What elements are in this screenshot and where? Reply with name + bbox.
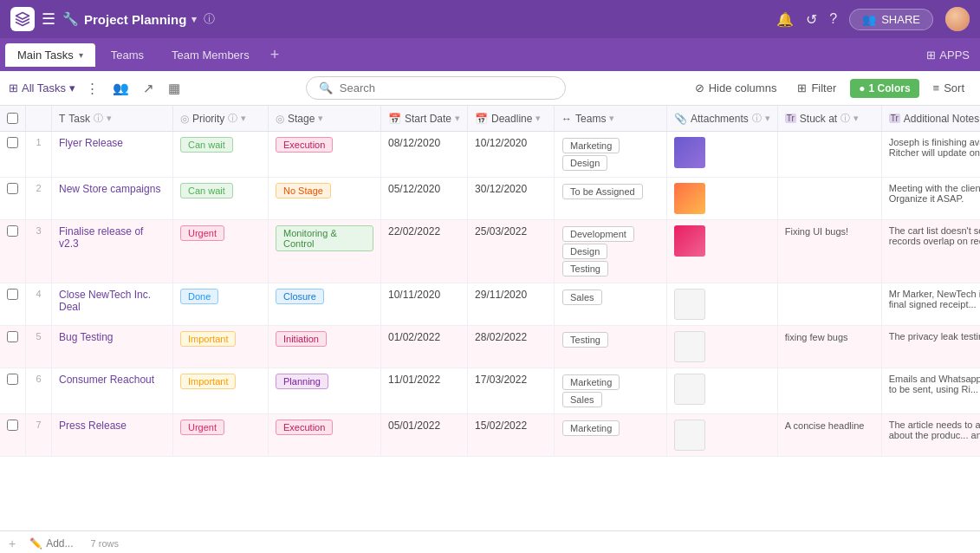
start-date: 11/01/2022 xyxy=(388,374,440,386)
toolbar-right: ⊘ Hide columns ⊞ Filter ● 1 Colors ≡ Sor… xyxy=(688,78,971,98)
task-name[interactable]: Finalise release of v2.3 xyxy=(59,225,143,250)
priority-badge: Urgent xyxy=(180,225,224,241)
stage-badge: Execution xyxy=(276,420,333,435)
topbar: ☰ 🔧 Project Planning ▾ ⓘ 🔔 ↺ ? 👥 SHARE xyxy=(0,0,980,38)
task-name[interactable]: Press Release xyxy=(59,420,127,432)
teams-col-sort-icon[interactable]: ▾ xyxy=(609,113,614,124)
toolbar-left: ⊞ All Tasks ▾ ⋮ 👥 ↗ ▦ xyxy=(9,78,184,99)
stage-badge: No Stage xyxy=(276,183,331,198)
header-teams[interactable]: ↔ Teams ▾ xyxy=(555,106,667,132)
deadline-date: 17/03/2022 xyxy=(475,374,527,386)
table-body: 1Flyer ReleaseCan waitExecution08/12/202… xyxy=(0,132,980,457)
attachment-thumbnail[interactable] xyxy=(674,183,705,214)
header-stage[interactable]: ◎ Stage ▾ xyxy=(269,106,381,132)
task-col-info-icon[interactable]: ⓘ xyxy=(94,112,103,125)
priority-col-info-icon[interactable]: ⓘ xyxy=(228,112,237,125)
table-row: 4Close NewTech Inc. DealDoneClosure10/11… xyxy=(0,283,980,326)
header-stuck[interactable]: Tr Stuck at ⓘ ▾ xyxy=(777,106,881,132)
task-name[interactable]: Bug Testing xyxy=(59,331,114,343)
team-badge: Design xyxy=(562,244,607,259)
row-checkbox[interactable] xyxy=(7,420,18,431)
deadline-date: 28/02/2022 xyxy=(475,331,527,343)
attachment-thumbnail[interactable] xyxy=(674,289,705,320)
notes-text: Emails and Whatsapp no... have to be sen… xyxy=(889,374,980,394)
attachment-thumbnail[interactable] xyxy=(674,420,705,451)
stuck-col-sort-icon[interactable]: ▾ xyxy=(853,113,859,124)
select-all-checkbox[interactable] xyxy=(7,113,18,124)
row-checkbox[interactable] xyxy=(7,137,18,148)
attachments-col-sort-icon[interactable]: ▾ xyxy=(765,113,770,124)
row-checkbox[interactable] xyxy=(7,331,18,342)
row-checkbox[interactable] xyxy=(7,225,18,237)
apps-button[interactable]: ⊞ APPS xyxy=(926,49,977,62)
menu-icon[interactable]: ☰ xyxy=(42,10,55,29)
grid-icon: ⊞ xyxy=(9,81,18,94)
deadline-col-sort-icon[interactable]: ▾ xyxy=(535,113,541,124)
priority-badge: Important xyxy=(180,374,236,389)
table-row: 1Flyer ReleaseCan waitExecution08/12/202… xyxy=(0,132,980,178)
tab-teams[interactable]: Teams xyxy=(97,43,158,67)
header-attachments[interactable]: 📎 Attachments ⓘ ▾ xyxy=(667,106,778,132)
notes-text: Meeting with the client n... Organize it… xyxy=(889,183,980,204)
app-logo[interactable] xyxy=(10,7,35,31)
team-badge: Marketing xyxy=(562,138,620,153)
info-icon[interactable]: ⓘ xyxy=(204,11,215,27)
row-checkbox[interactable] xyxy=(7,289,18,300)
task-col-sort-icon[interactable]: ▾ xyxy=(107,113,112,124)
attachment-thumbnail[interactable] xyxy=(674,374,705,405)
header-start-date[interactable]: 📅 Start Date ▾ xyxy=(381,106,468,132)
attachment-thumbnail[interactable] xyxy=(674,225,705,257)
add-row-button[interactable]: ✏️ Add... xyxy=(24,535,78,552)
filter-button[interactable]: ⊞ Filter xyxy=(790,78,843,98)
header-checkbox[interactable] xyxy=(0,106,26,132)
attachment-thumbnail[interactable] xyxy=(674,137,705,168)
user-avatar[interactable] xyxy=(945,7,970,31)
all-tasks-button[interactable]: ⊞ All Tasks ▾ xyxy=(9,81,75,94)
startdate-col-sort-icon[interactable]: ▾ xyxy=(455,113,460,124)
startdate-col-icon: 📅 xyxy=(388,113,401,125)
bottombar: + ✏️ Add... 7 rows xyxy=(0,530,980,553)
row-checkbox[interactable] xyxy=(7,183,18,194)
export-icon[interactable]: ↗ xyxy=(140,78,158,99)
table-row: 7Press ReleaseUrgentExecution05/01/20221… xyxy=(0,414,980,457)
people-icon[interactable]: 👥 xyxy=(109,78,133,99)
help-icon[interactable]: ? xyxy=(829,11,837,27)
sort-button[interactable]: ≡ Sort xyxy=(926,78,971,98)
header-task[interactable]: T Task ⓘ ▾ xyxy=(52,106,173,132)
start-date: 05/12/2020 xyxy=(388,183,440,195)
tab-team-members[interactable]: Team Members xyxy=(158,43,263,67)
notes-text: Mr Marker, NewTech inc... send final sig… xyxy=(889,289,980,309)
colors-icon: ● xyxy=(859,82,865,94)
task-name[interactable]: New Store campaigns xyxy=(59,183,160,195)
header-notes[interactable]: Tr Additional Notes xyxy=(881,106,980,132)
history-icon[interactable]: ↺ xyxy=(806,11,817,28)
colors-button[interactable]: ● 1 Colors xyxy=(850,79,918,98)
layout-icon[interactable]: ▦ xyxy=(165,78,184,99)
stuck-col-info-icon[interactable]: ⓘ xyxy=(840,112,850,125)
stage-col-icon: ◎ xyxy=(276,113,284,125)
toolbar: ⊞ All Tasks ▾ ⋮ 👥 ↗ ▦ 🔍 ⊘ Hide columns ⊞… xyxy=(0,71,980,106)
task-name[interactable]: Flyer Release xyxy=(59,137,123,149)
row-checkbox[interactable] xyxy=(7,374,18,385)
attachments-col-info-icon[interactable]: ⓘ xyxy=(752,112,762,125)
priority-col-sort-icon[interactable]: ▾ xyxy=(241,113,246,124)
stage-badge: Planning xyxy=(276,374,328,389)
header-deadline[interactable]: 📅 Deadline ▾ xyxy=(468,106,555,132)
task-name[interactable]: Consumer Reachout xyxy=(59,374,154,386)
header-priority[interactable]: ◎ Priority ⓘ ▾ xyxy=(173,106,269,132)
task-name[interactable]: Close NewTech Inc. Deal xyxy=(59,289,151,313)
hide-columns-button[interactable]: ⊘ Hide columns xyxy=(688,78,784,98)
tab-main-tasks[interactable]: Main Tasks ▾ xyxy=(5,43,95,67)
tab-add-button[interactable]: + xyxy=(263,46,287,64)
table-header-row: T Task ⓘ ▾ ◎ Priority ⓘ ▾ xyxy=(0,106,980,132)
search-input[interactable] xyxy=(340,81,553,94)
share-button[interactable]: 👥 SHARE xyxy=(849,9,933,30)
stage-badge: Initiation xyxy=(276,331,327,347)
more-options-button[interactable]: ⋮ xyxy=(82,78,102,99)
attachment-thumbnail[interactable] xyxy=(674,331,705,362)
bottom-plus-icon[interactable]: + xyxy=(9,537,16,550)
stage-col-sort-icon[interactable]: ▾ xyxy=(318,113,323,124)
team-badge: Development xyxy=(562,226,634,242)
notification-icon[interactable]: 🔔 xyxy=(776,11,794,28)
title-chevron-icon[interactable]: ▾ xyxy=(191,14,197,25)
